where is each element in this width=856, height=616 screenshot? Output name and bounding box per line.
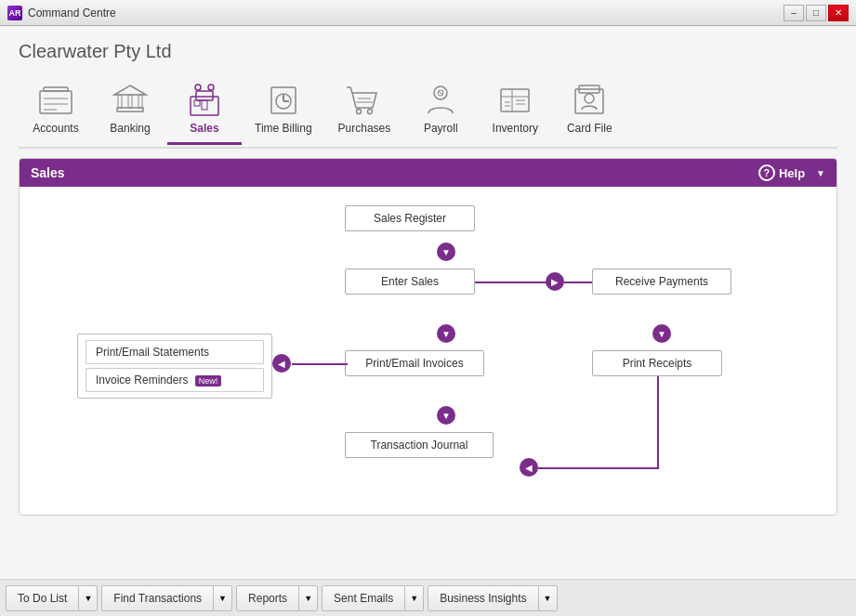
app-icon: AR: [7, 6, 22, 20]
arrow-right-1: ▶: [546, 272, 564, 291]
nav-item-purchases[interactable]: Purchases: [325, 75, 404, 142]
sales-icon: [182, 81, 227, 118]
connector-h4: [538, 467, 659, 469]
cardfile-label: Card File: [567, 122, 612, 135]
company-name: Clearwater Pty Ltd: [19, 41, 837, 62]
invoice-reminders-button[interactable]: Invoice Reminders New!: [86, 368, 264, 392]
arrow-left-1: ◀: [272, 354, 291, 373]
find-transactions-button[interactable]: Find Transactions: [101, 585, 214, 611]
connector-v1: [657, 376, 659, 469]
cardfile-icon: [567, 81, 612, 118]
help-dropdown-arrow[interactable]: ▼: [816, 168, 825, 178]
nav-item-payroll[interactable]: Payroll: [403, 75, 478, 142]
business-insights-button[interactable]: Business Insights: [428, 585, 538, 611]
connector-h1: [475, 282, 549, 283]
window-controls[interactable]: – □ ✕: [784, 5, 849, 21]
banking-icon: [108, 81, 152, 118]
payroll-label: Payroll: [424, 122, 458, 135]
nav-item-sales[interactable]: Sales: [167, 75, 242, 145]
transaction-journal-button[interactable]: Transaction Journal: [345, 432, 494, 458]
new-badge: New!: [195, 375, 222, 387]
sales-panel-header: Sales ? Help ▼: [20, 159, 836, 187]
nav-item-timebilling[interactable]: Time Billing: [242, 75, 325, 142]
sales-panel: Sales ? Help ▼ Sales Register ▼ Enter Sa…: [19, 158, 837, 516]
todo-dropdown[interactable]: ▼: [79, 585, 98, 611]
flow-area: Sales Register ▼ Enter Sales ▶ Receive P…: [20, 187, 836, 513]
print-email-statements-button[interactable]: Print/Email Statements: [86, 340, 264, 364]
arrow-down-3: ▼: [652, 324, 671, 343]
enter-sales-button[interactable]: Enter Sales: [345, 269, 475, 295]
inventory-icon: [493, 81, 537, 118]
arrow-down-2: ▼: [437, 324, 455, 343]
nav-item-inventory[interactable]: Inventory: [478, 75, 552, 142]
payroll-icon: [418, 81, 463, 118]
todo-button[interactable]: To Do List: [6, 585, 79, 611]
sales-register-button[interactable]: Sales Register: [345, 205, 475, 231]
svg-rect-8: [128, 95, 132, 108]
find-transactions-group: Find Transactions ▼: [101, 585, 232, 611]
help-icon: ?: [758, 164, 775, 181]
bottom-bar: To Do List ▼ Find Transactions ▼ Reports…: [0, 579, 856, 616]
timebilling-label: Time Billing: [255, 122, 312, 135]
svg-point-36: [585, 94, 594, 103]
svg-rect-9: [138, 95, 142, 108]
accounts-icon: [33, 81, 78, 118]
svg-marker-5: [114, 85, 146, 95]
sent-emails-button[interactable]: Sent Emails: [322, 585, 405, 611]
maximize-button[interactable]: □: [806, 5, 826, 21]
connector-h2: [564, 282, 592, 283]
sent-emails-group: Sent Emails ▼: [322, 585, 424, 611]
print-receipts-button[interactable]: Print Receipts: [592, 350, 722, 376]
statements-group: Print/Email Statements Invoice Reminders…: [77, 334, 272, 399]
nav-item-banking[interactable]: Banking: [93, 75, 167, 142]
svg-rect-12: [194, 100, 200, 106]
title-bar: AR Command Centre – □ ✕: [0, 0, 856, 26]
connector-h3: [292, 363, 348, 365]
arrow-down-4: ▼: [437, 406, 455, 425]
window-title: Command Centre: [28, 7, 784, 20]
minimize-button[interactable]: –: [784, 5, 804, 21]
svg-rect-7: [118, 95, 122, 108]
svg-point-14: [195, 85, 201, 90]
sales-panel-title: Sales: [31, 165, 65, 180]
nav-item-accounts[interactable]: Accounts: [19, 75, 93, 142]
nav-bar: Accounts Banking: [19, 75, 837, 149]
accounts-label: Accounts: [33, 122, 78, 135]
svg-point-15: [208, 85, 214, 90]
print-email-invoices-button[interactable]: Print/Email Invoices: [345, 350, 484, 376]
business-insights-group: Business Insights ▼: [428, 585, 557, 611]
timebilling-icon: [261, 81, 306, 118]
todo-group: To Do List ▼: [6, 585, 98, 611]
close-button[interactable]: ✕: [828, 5, 849, 21]
receive-payments-button[interactable]: Receive Payments: [592, 269, 731, 295]
sent-emails-dropdown[interactable]: ▼: [405, 585, 424, 611]
help-controls[interactable]: ? Help ▼: [758, 164, 825, 181]
sales-label: Sales: [190, 122, 218, 135]
reports-button[interactable]: Reports: [236, 585, 299, 611]
svg-point-20: [356, 110, 361, 114]
nav-item-cardfile[interactable]: Card File: [552, 75, 626, 142]
svg-rect-13: [202, 100, 207, 110]
arrow-down-1: ▼: [437, 242, 455, 261]
purchases-label: Purchases: [338, 122, 391, 135]
svg-rect-1: [44, 87, 68, 91]
find-transactions-dropdown[interactable]: ▼: [214, 585, 232, 611]
purchases-icon: [342, 81, 387, 118]
svg-point-21: [367, 110, 372, 114]
business-insights-dropdown[interactable]: ▼: [539, 585, 558, 611]
banking-label: Banking: [110, 122, 150, 135]
main-content: Clearwater Pty Ltd Accounts: [0, 26, 856, 579]
help-button[interactable]: ? Help: [758, 164, 805, 181]
inventory-label: Inventory: [493, 122, 538, 135]
reports-dropdown[interactable]: ▼: [299, 585, 318, 611]
help-label: Help: [779, 166, 805, 180]
svg-rect-6: [117, 108, 143, 111]
reports-group: Reports ▼: [236, 585, 318, 611]
arrow-left-2: ◀: [520, 458, 538, 477]
svg-rect-11: [196, 91, 213, 100]
